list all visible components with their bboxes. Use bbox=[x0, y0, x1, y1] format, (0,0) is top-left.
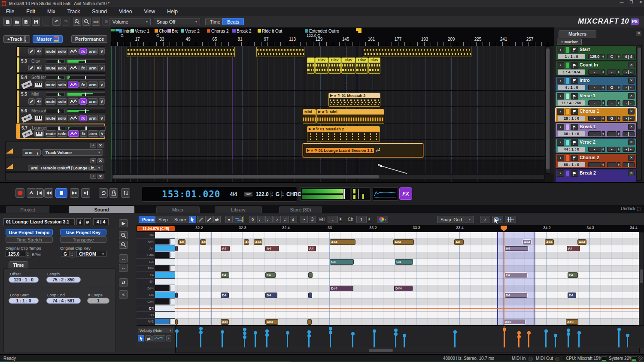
draw-icon[interactable] bbox=[28, 98, 35, 105]
black-key[interactable] bbox=[155, 252, 170, 258]
marker-signature[interactable]: - | - bbox=[623, 69, 635, 75]
midi-note[interactable]: A# bbox=[200, 239, 206, 245]
marker-time[interactable]: 28 : 1 : 0 bbox=[558, 116, 585, 121]
marker-time[interactable]: 4 : 1 : 0 bbox=[558, 85, 585, 90]
midi-note[interactable]: D4 bbox=[265, 293, 277, 298]
midi-note[interactable]: A#4 bbox=[577, 239, 586, 245]
clip[interactable]: ▶⌀↻Mini bbox=[316, 109, 384, 124]
velocity-tool-caret[interactable]: ▾ bbox=[166, 335, 171, 341]
performance-button[interactable]: Performance bbox=[71, 35, 107, 43]
piano-roll-vscroll-thumb[interactable] bbox=[640, 269, 643, 283]
midi-note[interactable]: A#4 bbox=[545, 239, 554, 245]
piano-keyboard-icon[interactable] bbox=[34, 81, 43, 88]
piano-keyboard-icon[interactable] bbox=[34, 130, 44, 137]
velocity-curve-tool[interactable] bbox=[152, 335, 165, 341]
lane-add-icon[interactable]: + bbox=[90, 158, 96, 163]
velocity-handle[interactable] bbox=[175, 329, 179, 333]
h-zoom-in-button[interactable]: ↔ bbox=[119, 254, 128, 262]
undo-icon[interactable]: ↶ bbox=[52, 18, 61, 26]
piano-roll-grid[interactable]: A#A#A#A#4A#4A#4A#A#4A#4A#4A4A4A4A4A4G4G4… bbox=[175, 232, 641, 325]
menu-sound[interactable]: Sound bbox=[86, 7, 113, 16]
duration-4-button[interactable]: ♫ bbox=[282, 216, 289, 223]
speaker-icon[interactable] bbox=[36, 98, 42, 105]
marker-signature[interactable]: - | - bbox=[623, 116, 635, 121]
velocity-stem[interactable] bbox=[545, 330, 547, 347]
arrangement-vscrollbar[interactable] bbox=[545, 46, 550, 174]
marker-color-chip[interactable] bbox=[565, 155, 569, 161]
mute-clip-icon[interactable]: ⌀ bbox=[84, 218, 91, 225]
marker-signature[interactable]: - | - bbox=[623, 162, 635, 167]
solo-button[interactable]: solo bbox=[57, 98, 67, 105]
audio-clip[interactable] bbox=[256, 47, 304, 57]
velocity-handle[interactable] bbox=[329, 327, 332, 330]
automation-icon[interactable] bbox=[68, 115, 79, 121]
fx-button[interactable]: fx bbox=[80, 130, 87, 137]
note-head-button[interactable]: ● bbox=[225, 216, 233, 223]
clav-clip[interactable]: Clav bbox=[368, 57, 380, 74]
marker-close-icon[interactable]: ✕ bbox=[628, 78, 635, 84]
velocity-handle[interactable] bbox=[394, 332, 398, 336]
velocity-handle[interactable] bbox=[577, 331, 581, 335]
lane-param-select[interactable]: Track Volume▾ bbox=[43, 149, 103, 156]
marker-tempo-spinner[interactable] bbox=[601, 162, 605, 167]
mute-button[interactable]: mute bbox=[46, 130, 56, 137]
marker-key-spinner[interactable] bbox=[617, 54, 620, 59]
marker-color-chip[interactable] bbox=[565, 62, 569, 69]
track-caret-icon[interactable]: ∨ bbox=[99, 115, 105, 121]
marker-time[interactable]: 60 : 1 : 0 bbox=[558, 162, 585, 167]
time-tab[interactable]: Time bbox=[9, 261, 28, 269]
clip-area[interactable]: ClavClavClavClavClav▶⌀↻01 Messiah 2Mini▶… bbox=[111, 46, 554, 174]
use-project-tempo-button[interactable]: Use Project Tempo bbox=[6, 229, 53, 235]
clip-mute-icon[interactable]: ⌀ bbox=[334, 94, 336, 98]
resize-grip[interactable] bbox=[638, 356, 643, 361]
key-surface[interactable] bbox=[155, 319, 175, 325]
blank-icon[interactable] bbox=[42, 18, 50, 26]
clav-clip[interactable] bbox=[307, 57, 315, 74]
save-file-icon[interactable] bbox=[32, 18, 40, 26]
eraser-tool[interactable] bbox=[213, 216, 221, 223]
tab-store-30-[interactable]: Store (30) bbox=[279, 206, 322, 213]
markers-tab[interactable]: Markers bbox=[559, 30, 596, 38]
velocity-handle[interactable] bbox=[254, 331, 257, 335]
arm-button[interactable]: arm bbox=[88, 81, 98, 88]
dotted-note-button[interactable]: • bbox=[301, 216, 308, 223]
piano-key-a4[interactable]: A4 bbox=[137, 245, 175, 252]
track-partial[interactable]: mutesolofxarm∨ bbox=[16, 46, 105, 56]
clip-play-icon[interactable]: ▶ bbox=[307, 148, 310, 153]
key-surface[interactable] bbox=[155, 292, 175, 299]
track-caret-icon[interactable]: ∨ bbox=[99, 98, 105, 105]
arrangement-hscrollbar[interactable] bbox=[112, 174, 544, 179]
piano-roll-hscroll-thumb[interactable] bbox=[369, 349, 393, 352]
automation-icon[interactable] bbox=[68, 65, 79, 71]
piano-roll-ruler[interactable]: 33:04.876 (C#5) 32.232.332.43333.233.333… bbox=[137, 225, 644, 232]
arm-button[interactable]: arm bbox=[88, 98, 98, 105]
marker-key[interactable]: - bbox=[607, 100, 617, 106]
solo-button[interactable]: solo bbox=[57, 65, 67, 71]
meter-thumb[interactable] bbox=[343, 189, 345, 199]
lane-param-select[interactable]: Tremolo On/Off [Lounge Liz...▾ bbox=[37, 165, 103, 171]
lane-close-icon[interactable]: ✕ bbox=[97, 143, 103, 148]
minimize-button[interactable]: — bbox=[620, 0, 623, 4]
track-caret-icon[interactable]: ∨ bbox=[99, 81, 105, 88]
clip-signature[interactable]: 4 | 4 bbox=[93, 218, 109, 225]
velocity-handle[interactable] bbox=[307, 334, 311, 338]
track-meter[interactable] bbox=[67, 126, 106, 130]
loop-button[interactable] bbox=[99, 188, 108, 198]
marker-time[interactable]: 11 : 4 : 750 bbox=[558, 100, 585, 106]
mute-button[interactable]: mute bbox=[45, 81, 56, 88]
fx-button[interactable]: fx bbox=[79, 65, 87, 71]
velocity-handle[interactable] bbox=[199, 327, 203, 330]
midi-note[interactable]: D#4 bbox=[394, 286, 413, 291]
piano-key-e4[interactable]: E4 bbox=[137, 279, 175, 286]
mute-button[interactable]: mute bbox=[45, 115, 56, 121]
marker-flag-icon[interactable] bbox=[167, 29, 171, 33]
marker-card-intro[interactable]: ›Intro✕4 : 1 : 0-G- | - bbox=[555, 76, 637, 91]
velocity-handle[interactable] bbox=[265, 333, 269, 337]
key-surface[interactable] bbox=[155, 245, 175, 252]
solo-button[interactable]: solo bbox=[57, 81, 67, 88]
velocity-handle[interactable] bbox=[351, 332, 355, 335]
markers-vscroll-thumb[interactable] bbox=[638, 48, 641, 129]
marker-expand-icon[interactable]: › bbox=[557, 109, 564, 115]
midi-note[interactable] bbox=[308, 272, 313, 278]
volume-slider[interactable] bbox=[46, 126, 65, 130]
